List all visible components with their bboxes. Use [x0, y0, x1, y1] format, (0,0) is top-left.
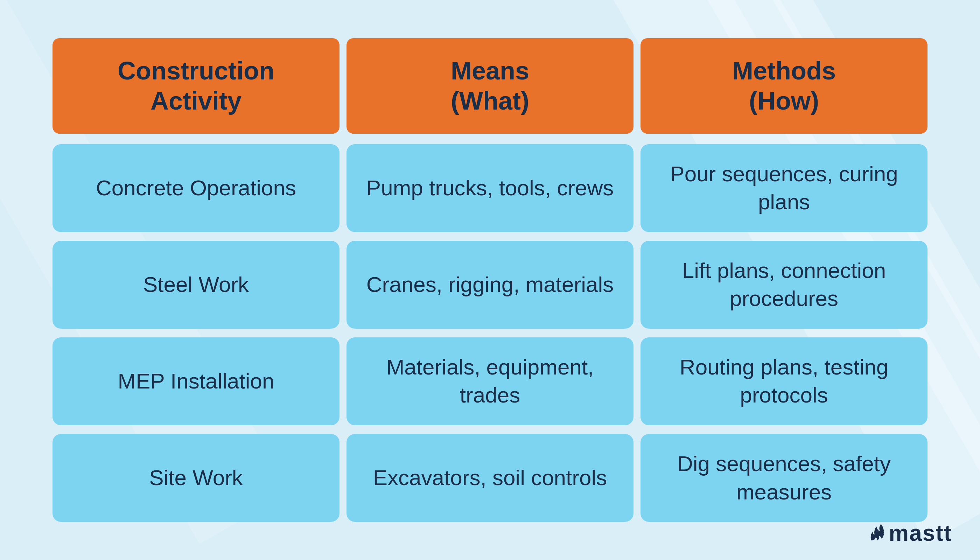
data-rows: Concrete Operations Pump trucks, tools, …: [52, 144, 928, 522]
table-row: MEP Installation Materials, equipment, t…: [52, 337, 928, 425]
header-col1-text: Construction Activity: [118, 57, 274, 115]
row1-col2-text: Pump trucks, tools, crews: [367, 174, 613, 202]
header-col2: Means (What): [347, 38, 633, 134]
row4-col3-text: Dig sequences, safety measures: [658, 450, 910, 506]
header-col3-text: Methods (How): [732, 57, 836, 115]
row1-col1-text: Concrete Operations: [96, 174, 296, 202]
row4-col2-text: Excavators, soil controls: [373, 464, 607, 492]
row3-col1: MEP Installation: [52, 337, 340, 425]
row4-col1: Site Work: [52, 434, 340, 522]
header-col2-text: Means (What): [451, 57, 529, 115]
row4-col1-text: Site Work: [149, 464, 243, 492]
table-wrapper: Construction Activity Means (What) Metho…: [52, 38, 928, 522]
row2-col3-text: Lift plans, connection procedures: [658, 257, 910, 313]
row2-col2-text: Cranes, rigging, materials: [367, 270, 613, 299]
row3-col3: Routing plans, testing protocols: [640, 337, 928, 425]
logo-text: mastt: [888, 520, 952, 546]
row4-col3: Dig sequences, safety measures: [640, 434, 928, 522]
row3-col1-text: MEP Installation: [118, 367, 274, 395]
row3-col2-text: Materials, equipment, trades: [364, 353, 616, 410]
row1-col1: Concrete Operations: [52, 144, 340, 232]
row2-col1: Steel Work: [52, 241, 340, 328]
row1-col2: Pump trucks, tools, crews: [347, 144, 633, 232]
row3-col2: Materials, equipment, trades: [347, 337, 633, 425]
row2-col1-text: Steel Work: [143, 270, 249, 299]
header-col1: Construction Activity: [52, 38, 340, 134]
logo-flame-icon: [868, 521, 885, 545]
row4-col2: Excavators, soil controls: [347, 434, 633, 522]
row2-col2: Cranes, rigging, materials: [347, 241, 633, 328]
row2-col3: Lift plans, connection procedures: [640, 241, 928, 328]
row1-col3: Pour sequences, curing plans: [640, 144, 928, 232]
row1-col3-text: Pour sequences, curing plans: [658, 160, 910, 216]
table-row: Concrete Operations Pump trucks, tools, …: [52, 144, 928, 232]
header-col3: Methods (How): [640, 38, 928, 134]
table-row: Site Work Excavators, soil controls Dig …: [52, 434, 928, 522]
table-row: Steel Work Cranes, rigging, materials Li…: [52, 241, 928, 328]
header-row: Construction Activity Means (What) Metho…: [52, 38, 928, 134]
main-container: Construction Activity Means (What) Metho…: [52, 38, 928, 522]
row3-col3-text: Routing plans, testing protocols: [658, 353, 910, 410]
logo-container: mastt: [868, 520, 952, 546]
